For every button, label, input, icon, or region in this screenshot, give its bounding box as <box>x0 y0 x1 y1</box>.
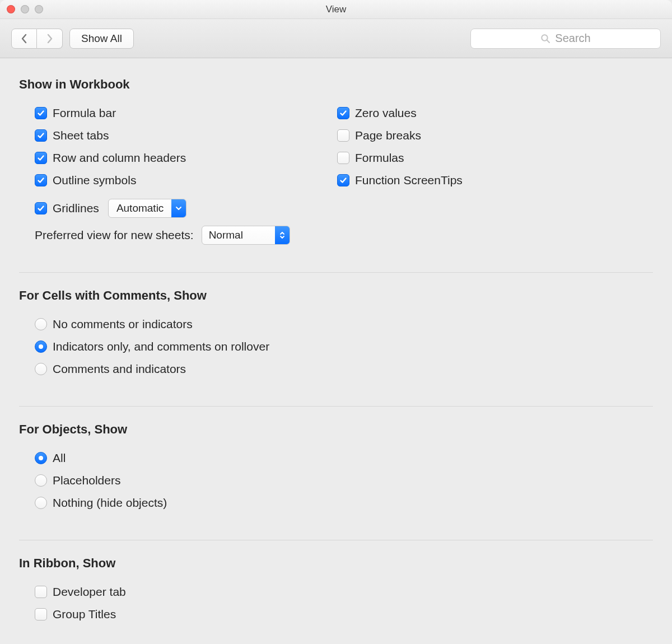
option-comments-indicators[interactable]: Indicators only, and comments on rollove… <box>35 335 653 358</box>
preferred-view-value: Normal <box>202 229 275 241</box>
chevron-right-icon <box>46 34 53 44</box>
search-placeholder: Search <box>555 32 590 45</box>
preferred-view-row: Preferred view for new sheets: Normal <box>19 224 653 246</box>
option-formulas[interactable]: Formulas <box>337 147 463 169</box>
titlebar: View <box>0 0 672 19</box>
radio-objects-placeholders[interactable] <box>35 474 47 487</box>
option-sheet-tabs[interactable]: Sheet tabs <box>35 124 337 147</box>
gridlines-color-select[interactable]: Automatic <box>108 199 186 218</box>
section-ribbon: In Ribbon, Show Developer tab Group Titl… <box>19 540 653 626</box>
label-comments-none: No comments or indicators <box>53 318 193 331</box>
option-comments-both[interactable]: Comments and indicators <box>35 358 653 380</box>
back-button[interactable] <box>11 29 37 49</box>
label-zero-values: Zero values <box>355 106 417 120</box>
svg-line-1 <box>547 40 550 43</box>
label-gridlines: Gridlines <box>53 202 99 215</box>
option-function-screentips[interactable]: Function ScreenTips <box>337 169 463 192</box>
label-comments-indicators: Indicators only, and comments on rollove… <box>53 340 269 353</box>
label-comments-both: Comments and indicators <box>53 362 186 376</box>
option-developer-tab[interactable]: Developer tab <box>35 581 653 603</box>
checkbox-function-screentips[interactable] <box>337 174 349 186</box>
chevron-down-icon <box>171 199 186 217</box>
option-objects-placeholders[interactable]: Placeholders <box>35 469 653 492</box>
option-page-breaks[interactable]: Page breaks <box>337 124 463 147</box>
preferences-window: View Show All Search Show in Workbook <box>0 0 672 644</box>
option-outline-symbols[interactable]: Outline symbols <box>35 169 337 192</box>
section-show-in-workbook: Show in Workbook Formula bar Sheet tabs … <box>19 77 653 259</box>
section-title-comments: For Cells with Comments, Show <box>19 288 653 303</box>
show-all-button[interactable]: Show All <box>69 29 134 49</box>
label-function-screentips: Function ScreenTips <box>355 174 463 187</box>
checkbox-zero-values[interactable] <box>337 107 349 119</box>
option-group-titles[interactable]: Group Titles <box>35 603 653 626</box>
radio-objects-all[interactable] <box>35 452 47 464</box>
option-objects-nothing[interactable]: Nothing (hide objects) <box>35 492 653 514</box>
label-sheet-tabs: Sheet tabs <box>53 129 109 142</box>
option-zero-values[interactable]: Zero values <box>337 102 463 124</box>
content: Show in Workbook Formula bar Sheet tabs … <box>0 58 672 637</box>
checkbox-page-breaks[interactable] <box>337 129 349 142</box>
label-outline-symbols: Outline symbols <box>53 174 136 187</box>
show-all-label: Show All <box>81 32 122 45</box>
nav-segmented <box>11 29 63 49</box>
checkbox-formula-bar[interactable] <box>35 107 47 119</box>
window-title: View <box>0 0 672 19</box>
search-field[interactable]: Search <box>470 29 661 49</box>
checkbox-row-col-headers[interactable] <box>35 152 47 164</box>
label-row-col-headers: Row and column headers <box>53 151 186 165</box>
chevron-left-icon <box>21 34 27 44</box>
radio-comments-indicators[interactable] <box>35 340 47 353</box>
option-formula-bar[interactable]: Formula bar <box>35 102 337 124</box>
search-icon <box>540 34 550 44</box>
option-objects-all[interactable]: All <box>35 447 653 469</box>
section-title-ribbon: In Ribbon, Show <box>19 556 653 571</box>
label-objects-nothing: Nothing (hide objects) <box>53 496 167 510</box>
updown-icon <box>275 226 290 244</box>
checkbox-developer-tab[interactable] <box>35 586 47 598</box>
label-developer-tab: Developer tab <box>53 585 126 599</box>
radio-comments-both[interactable] <box>35 363 47 375</box>
radio-objects-nothing[interactable] <box>35 497 47 509</box>
checkbox-outline-symbols[interactable] <box>35 174 47 186</box>
label-formulas: Formulas <box>355 151 404 165</box>
label-formula-bar: Formula bar <box>53 106 116 120</box>
preferred-view-select[interactable]: Normal <box>202 226 290 245</box>
label-objects-placeholders: Placeholders <box>53 474 120 487</box>
label-group-titles: Group Titles <box>53 608 116 621</box>
section-title-objects: For Objects, Show <box>19 422 653 437</box>
label-page-breaks: Page breaks <box>355 129 421 142</box>
section-title-show-in-workbook: Show in Workbook <box>19 77 653 92</box>
label-objects-all: All <box>53 451 66 465</box>
checkbox-sheet-tabs[interactable] <box>35 129 47 142</box>
gridlines-color-value: Automatic <box>109 202 171 214</box>
option-gridlines[interactable]: Gridlines Automatic <box>35 197 337 220</box>
preferred-view-label: Preferred view for new sheets: <box>35 228 194 242</box>
option-comments-none[interactable]: No comments or indicators <box>35 313 653 335</box>
toolbar: Show All Search <box>0 19 672 58</box>
checkbox-formulas[interactable] <box>337 152 349 164</box>
checkbox-group-titles[interactable] <box>35 608 47 620</box>
forward-button[interactable] <box>37 29 63 49</box>
section-objects: For Objects, Show All Placeholders Nothi… <box>19 406 653 526</box>
section-comments: For Cells with Comments, Show No comment… <box>19 272 653 393</box>
checkbox-gridlines[interactable] <box>35 202 47 214</box>
option-row-col-headers[interactable]: Row and column headers <box>35 147 337 169</box>
radio-comments-none[interactable] <box>35 318 47 330</box>
